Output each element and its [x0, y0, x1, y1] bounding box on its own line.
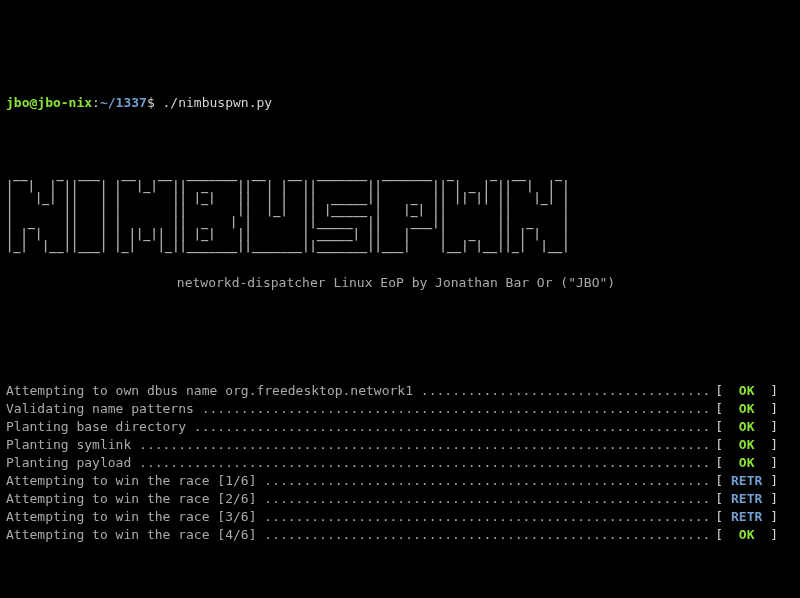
status-text: Planting payload [6, 454, 139, 472]
status-list: Attempting to own dbus name org.freedesk… [6, 382, 794, 544]
status-text: Attempting to win the race [2/6] [6, 490, 264, 508]
blank-line [6, 310, 794, 328]
status-text: Planting base directory [6, 418, 194, 436]
status-text: Attempting to win the race [4/6] [6, 526, 264, 544]
status-row: Planting payload .......................… [6, 454, 778, 472]
status-row: Planting base directory ................… [6, 418, 778, 436]
status-dots: ........................................… [194, 418, 708, 436]
status-row: Planting symlink .......................… [6, 436, 778, 454]
prompt-command: ./nimbuspwn.py [163, 95, 273, 110]
status-text: Attempting to win the race [1/6] [6, 472, 264, 490]
status-dots: ........................................… [264, 526, 707, 544]
prompt-userhost: jbo@jbo-nix [6, 95, 92, 110]
status-dots: ........................................… [139, 454, 707, 472]
ascii-banner: __ _ ___ __ __ _______ __ __ _______ ___… [6, 168, 794, 252]
status-row: Attempting to own dbus name org.freedesk… [6, 382, 778, 400]
prompt-sigil: $ [147, 95, 155, 110]
prompt-path: ~/1337 [100, 95, 147, 110]
status-row: Attempting to win the race [1/6] .......… [6, 472, 778, 490]
status-bracket: [ OK ] [708, 418, 778, 436]
status-dots: ........................................… [264, 508, 707, 526]
status-text: Attempting to own dbus name org.freedesk… [6, 382, 421, 400]
status-text: Planting symlink [6, 436, 139, 454]
banner-subtitle: networkd-dispatcher Linux EoP by Jonatha… [6, 274, 786, 292]
status-dots: ........................................… [139, 436, 707, 454]
status-bracket: [ RETR ] [708, 508, 778, 526]
status-bracket: [ OK ] [708, 454, 778, 472]
status-dots: ........................................… [264, 472, 707, 490]
status-row: Attempting to win the race [4/6] .......… [6, 526, 778, 544]
prompt-line-1[interactable]: jbo@jbo-nix:~/1337$ ./nimbuspwn.py [6, 94, 794, 112]
status-text: Attempting to win the race [3/6] [6, 508, 264, 526]
status-dots: ........................................… [202, 400, 708, 418]
status-bracket: [ RETR ] [708, 472, 778, 490]
status-text: Validating name patterns [6, 400, 202, 418]
status-bracket: [ OK ] [708, 526, 778, 544]
status-row: Validating name patterns ...............… [6, 400, 778, 418]
status-bracket: [ OK ] [708, 400, 778, 418]
status-dots: ........................................… [264, 490, 707, 508]
status-row: Attempting to win the race [3/6] .......… [6, 508, 778, 526]
status-bracket: [ RETR ] [708, 490, 778, 508]
status-dots: ........................................… [421, 382, 708, 400]
status-bracket: [ OK ] [708, 436, 778, 454]
status-bracket: [ OK ] [708, 382, 778, 400]
prompt-sep: : [92, 95, 100, 110]
status-row: Attempting to win the race [2/6] .......… [6, 490, 778, 508]
